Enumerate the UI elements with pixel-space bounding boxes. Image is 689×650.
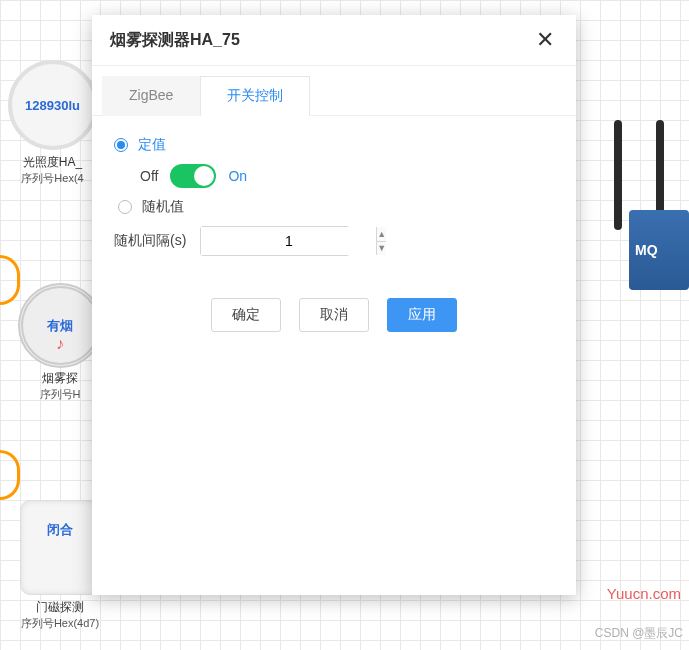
spinner-down-button[interactable]: ▼: [377, 242, 386, 256]
radio-random[interactable]: [118, 200, 132, 214]
close-button[interactable]: ✕: [532, 29, 558, 51]
gateway-label: MQ: [635, 242, 658, 258]
close-icon: ✕: [536, 27, 554, 52]
random-value-option[interactable]: 随机值: [114, 198, 560, 216]
toggle-row: Off On: [114, 164, 560, 188]
tab-bar: ZigBee 开关控制: [92, 66, 576, 116]
apply-button[interactable]: 应用: [387, 298, 457, 332]
door-label: 门磁探测: [15, 599, 105, 616]
ok-button[interactable]: 确定: [211, 298, 281, 332]
on-off-toggle[interactable]: [170, 164, 216, 188]
smoke-status: 有烟: [47, 317, 73, 335]
tab-switch-control[interactable]: 开关控制: [200, 76, 310, 116]
device-light-sensor: 128930lu 光照度HA_ 序列号Hex(4: [5, 60, 100, 186]
modal-header: 烟雾探测器HA_75 ✕: [92, 15, 576, 66]
device-gateway: MQ: [609, 120, 689, 290]
music-note-icon: ♪: [56, 335, 64, 353]
on-label: On: [228, 168, 247, 184]
door-status: 闭合: [47, 521, 73, 539]
device-config-modal: 烟雾探测器HA_75 ✕ ZigBee 开关控制 定值 Off On 随机值 随…: [92, 15, 576, 595]
interval-input[interactable]: [201, 227, 376, 255]
spinner-up-button[interactable]: ▲: [377, 227, 386, 242]
light-sub: 序列号Hex(4: [5, 171, 100, 186]
fixed-label: 定值: [138, 136, 166, 154]
door-sub: 序列号Hex(4d7): [15, 616, 105, 631]
radio-fixed[interactable]: [114, 138, 128, 152]
off-label: Off: [140, 168, 158, 184]
fixed-value-option[interactable]: 定值: [114, 136, 560, 154]
interval-spinner: ▲ ▼: [200, 226, 350, 256]
interval-label: 随机间隔(s): [114, 232, 186, 250]
watermark-site: Yuucn.com: [607, 585, 681, 602]
random-label: 随机值: [142, 198, 184, 216]
tab-zigbee[interactable]: ZigBee: [102, 76, 200, 116]
cancel-button[interactable]: 取消: [299, 298, 369, 332]
interval-row: 随机间隔(s) ▲ ▼: [114, 226, 560, 256]
chevron-up-icon: ▲: [377, 229, 386, 239]
watermark-author: CSDN @墨辰JC: [595, 625, 683, 642]
light-value: 128930lu: [25, 98, 80, 113]
modal-title: 烟雾探测器HA_75: [110, 30, 240, 51]
chevron-down-icon: ▼: [377, 243, 386, 253]
modal-body: 定值 Off On 随机值 随机间隔(s) ▲ ▼: [92, 116, 576, 280]
modal-footer: 确定 取消 应用: [92, 280, 576, 342]
light-label: 光照度HA_: [5, 154, 100, 171]
antenna-icon: [614, 120, 622, 230]
